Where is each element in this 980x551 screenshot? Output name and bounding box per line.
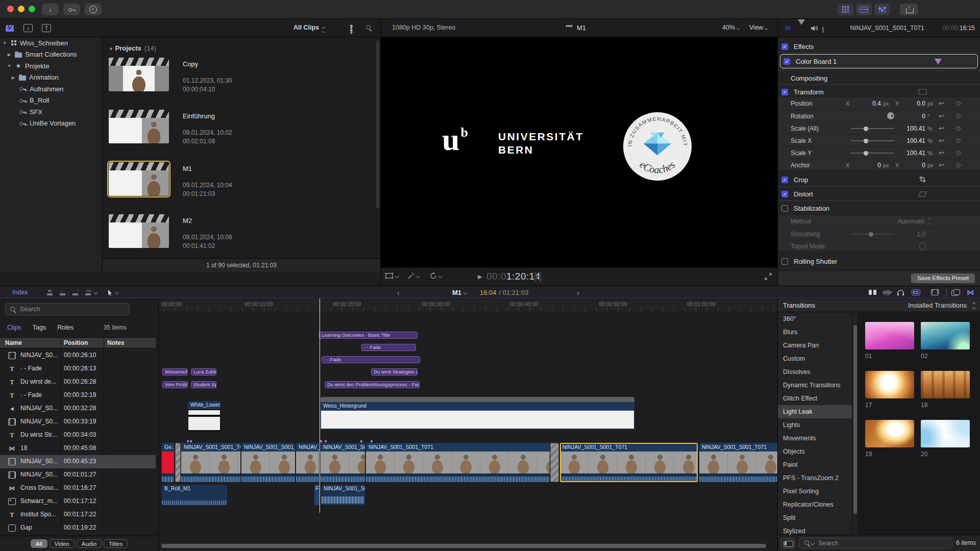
overwrite-clip-button[interactable] bbox=[84, 286, 97, 298]
index-tab[interactable]: Clips bbox=[7, 324, 21, 331]
index-table-row[interactable]: NINJAV_S0... 00:00:33:19 bbox=[0, 415, 156, 429]
timeline-clip[interactable]: NINJAV_S... bbox=[296, 443, 319, 482]
reset-parameter-button[interactable]: ↩ bbox=[939, 112, 944, 120]
play-button[interactable]: ▶ bbox=[478, 273, 482, 280]
photos-browser-button[interactable] bbox=[951, 286, 960, 298]
solo-button[interactable] bbox=[897, 286, 904, 298]
clip-appearance-button[interactable] bbox=[912, 286, 920, 298]
stabilization-checkbox[interactable] bbox=[781, 205, 788, 212]
transition-thumbnail[interactable] bbox=[921, 322, 970, 349]
index-table-row[interactable]: Gap 00:01:19:22 bbox=[0, 521, 156, 535]
position-x-value[interactable]: 0.4 bbox=[857, 100, 881, 107]
transitions-scrollbar[interactable] bbox=[853, 312, 857, 535]
keyframe-diamond-icon[interactable]: ◇ bbox=[956, 161, 961, 168]
transition-category[interactable]: Blurs bbox=[778, 325, 852, 339]
timeline-horizontal-scrollbar[interactable] bbox=[161, 544, 774, 548]
tripod-mode-checkbox[interactable] bbox=[919, 243, 926, 249]
disclosure-triangle-icon[interactable]: ▶ bbox=[11, 75, 16, 80]
transform-onscreen-icon[interactable] bbox=[918, 89, 927, 95]
photos-audio-sidebar-button[interactable]: ♪ bbox=[21, 22, 35, 34]
title-clip[interactable]: · - Fade bbox=[322, 356, 420, 363]
index-table-row[interactable]: NINJAV_S0... 00:00:45:23 bbox=[0, 455, 156, 468]
scale-x-slider[interactable] bbox=[850, 140, 894, 141]
timeline-clip[interactable]: NINJAV_S001_S001_T071 bbox=[241, 443, 295, 482]
transform-checkbox[interactable] bbox=[781, 89, 788, 95]
index-search-input[interactable] bbox=[19, 305, 125, 313]
viewer-zoom-dropdown[interactable]: 40% bbox=[722, 24, 740, 31]
method-dropdown[interactable]: Automatic bbox=[870, 218, 925, 225]
projects-section-header[interactable]: ▼ Projects(14) bbox=[109, 44, 156, 52]
keyframe-diamond-icon[interactable]: ◇ bbox=[956, 149, 961, 156]
disclosure-triangle-icon[interactable]: ▼ bbox=[7, 63, 12, 68]
scale-x-value[interactable]: 100.41 bbox=[899, 137, 925, 144]
sidebar-item[interactable]: SFX bbox=[0, 106, 102, 118]
timeline-clip[interactable]: NINJAV_S001_S001_T071 bbox=[366, 443, 550, 482]
keyframe-diamond-icon[interactable]: ◇ bbox=[956, 99, 961, 107]
inspector-toggle-button[interactable] bbox=[874, 4, 890, 15]
project-item[interactable]: M2 09.01.2024, 10:08 00:01:41:02 bbox=[109, 214, 374, 250]
color-board-checkbox[interactable] bbox=[783, 58, 790, 65]
sidebar-item[interactable]: ▼ Projekte bbox=[0, 60, 102, 72]
column-header-notes[interactable]: Notes bbox=[107, 339, 124, 346]
zoom-window-button[interactable] bbox=[29, 6, 35, 12]
transition-category[interactable]: Replicator/Clones bbox=[778, 498, 852, 511]
timeline-clip[interactable] bbox=[550, 443, 559, 482]
title-clip[interactable]: Student Sp... bbox=[191, 381, 216, 388]
timeline-ruler[interactable]: 00:00:0000:00:10:0000:00:20:0000:00:30:0… bbox=[159, 298, 777, 312]
timeline-clip[interactable]: NINJAV_S001_S001_T071 bbox=[560, 443, 698, 482]
title-clip[interactable]: Vom Proble... bbox=[162, 381, 188, 388]
fullscreen-button[interactable] bbox=[765, 273, 772, 282]
tools-dropdown[interactable] bbox=[107, 286, 118, 298]
transition-thumbnail[interactable] bbox=[921, 420, 970, 447]
title-clip[interactable]: Learning Outcomes - Basic Title bbox=[319, 332, 418, 339]
index-filter-button[interactable]: Audio bbox=[77, 539, 102, 548]
title-clip[interactable]: Luca Zuble... bbox=[191, 368, 216, 375]
next-project-button[interactable]: › bbox=[577, 286, 579, 298]
index-search-field[interactable] bbox=[5, 303, 130, 315]
rotation-value[interactable]: 0 bbox=[911, 113, 925, 120]
project-item[interactable]: Einführung 09.01.2024, 10:02 00:02:01:09 bbox=[109, 110, 374, 145]
rotation-dial[interactable] bbox=[887, 112, 894, 119]
sidebar-item[interactable]: ▶ Smart Collections bbox=[0, 49, 102, 61]
sidebar-toggle-button[interactable] bbox=[781, 538, 795, 548]
scale-y-value[interactable]: 100.41 bbox=[899, 149, 925, 157]
transitions-browser-button[interactable]: ⋈ bbox=[967, 286, 974, 298]
background-tasks-button[interactable]: ✓ bbox=[85, 4, 102, 15]
show-clips-browser-button[interactable] bbox=[3, 22, 16, 34]
minimize-window-button[interactable] bbox=[18, 6, 24, 12]
transitions-search-input[interactable] bbox=[817, 539, 948, 547]
reset-parameter-button[interactable]: ↩ bbox=[939, 124, 944, 132]
transition-category[interactable]: Movements bbox=[778, 432, 852, 445]
transition-category[interactable]: Split bbox=[778, 511, 852, 524]
info-inspector-tab[interactable] bbox=[822, 24, 824, 34]
timeline-clip[interactable]: NINJAV_S001_S001_T071 bbox=[181, 443, 240, 482]
anchor-y-value[interactable]: 0 bbox=[903, 162, 925, 169]
keyframe-diamond-icon[interactable]: ◇ bbox=[956, 124, 961, 132]
transition-category[interactable]: Dissolves bbox=[778, 365, 852, 379]
rolling-shutter-checkbox[interactable] bbox=[781, 258, 788, 265]
scale-all-value[interactable]: 100.41 bbox=[899, 125, 925, 132]
audio-meter[interactable] bbox=[539, 272, 542, 282]
smoothing-slider[interactable] bbox=[850, 234, 894, 235]
index-table-row[interactable]: NINJAV_S0... 00:00:26:10 bbox=[0, 349, 156, 362]
color-inspector-tab[interactable] bbox=[798, 25, 805, 34]
keyframe-diamond-icon[interactable]: ◇ bbox=[956, 137, 961, 144]
transition-category[interactable]: Glitch Effect bbox=[778, 392, 852, 405]
audio-meter[interactable] bbox=[534, 272, 536, 282]
installed-transitions-dropdown[interactable]: Installed Transitions bbox=[908, 302, 967, 309]
index-filter-button[interactable]: Titles bbox=[104, 539, 128, 548]
keyword-editor-button[interactable] bbox=[63, 4, 80, 15]
transition-category[interactable]: Objects bbox=[778, 445, 852, 458]
transition-thumbnail[interactable] bbox=[865, 322, 914, 349]
title-clip[interactable]: Du wirst den Problemlösungsprozess - Fad… bbox=[325, 381, 420, 388]
sidebar-item[interactable]: ▶ Animation bbox=[0, 72, 102, 84]
index-tab[interactable]: Roles bbox=[57, 324, 74, 331]
weiss-hintergrund-clip[interactable]: Weiss_Hintergrund bbox=[321, 397, 634, 429]
transition-category[interactable]: Lights bbox=[778, 418, 852, 432]
index-table-row[interactable]: NINJAV_S0... 00:01:01:27 bbox=[0, 468, 156, 482]
timeline-clip[interactable]: NINJAV_S001_S001_T071 bbox=[699, 443, 777, 482]
index-filter-button[interactable]: All bbox=[31, 539, 47, 548]
scale-y-slider[interactable] bbox=[850, 153, 894, 154]
transition-category[interactable]: Dynamic Transitions bbox=[778, 379, 852, 392]
titles-generators-sidebar-button[interactable]: T bbox=[40, 22, 53, 34]
